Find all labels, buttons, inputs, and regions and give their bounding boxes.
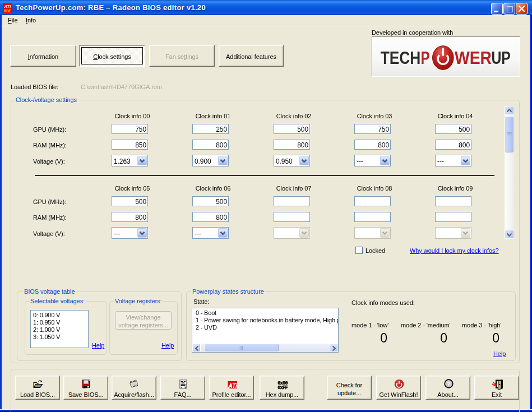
svg-text:?: ? <box>447 381 451 387</box>
svg-text:UP: UP <box>492 48 511 67</box>
svg-text:0xFF: 0xFF <box>277 385 288 391</box>
svg-text:P: P <box>421 48 430 68</box>
svg-text:RBE: RBE <box>4 9 12 13</box>
svg-text:TECH: TECH <box>381 48 420 67</box>
svg-text:WER: WER <box>455 48 492 67</box>
